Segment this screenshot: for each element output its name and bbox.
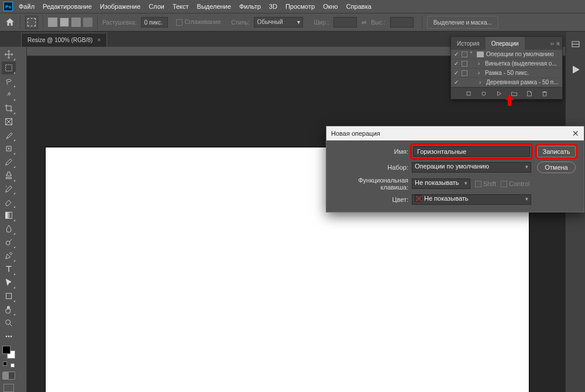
action-check-icon[interactable]: ✓ bbox=[453, 61, 459, 67]
action-row-label: Операции по умолчанию bbox=[486, 51, 560, 57]
cancel-button[interactable]: Отмена bbox=[537, 161, 576, 173]
record-button[interactable]: Записать bbox=[537, 146, 576, 157]
action-row[interactable]: ✓ › Виньетка (выделенная о... bbox=[451, 59, 562, 68]
height-input bbox=[390, 17, 414, 27]
name-input[interactable] bbox=[413, 146, 530, 157]
action-row[interactable]: ✓ › Деревянная рамка - 50 п... bbox=[451, 78, 562, 87]
tool-marquee[interactable] bbox=[2, 61, 16, 74]
document-tab-title: Resize @ 100% (RGB/8) bbox=[27, 37, 92, 43]
menu-image[interactable]: Изображение bbox=[100, 3, 140, 10]
tool-shape[interactable] bbox=[2, 290, 16, 302]
stop-recording-icon[interactable] bbox=[465, 90, 472, 97]
swap-wh-icon[interactable]: ⇄ bbox=[362, 19, 366, 26]
svg-point-6 bbox=[6, 320, 11, 325]
panel-menu-icon[interactable]: ≡ bbox=[556, 40, 560, 47]
tool-lasso[interactable] bbox=[2, 75, 16, 88]
svg-rect-3 bbox=[6, 212, 12, 219]
tool-history-brush[interactable] bbox=[2, 183, 16, 195]
tool-wand[interactable] bbox=[2, 88, 16, 101]
sel-new-icon[interactable] bbox=[48, 18, 57, 27]
width-label: Шир.: bbox=[314, 19, 329, 26]
tool-move[interactable] bbox=[2, 48, 16, 61]
tool-blur[interactable] bbox=[2, 222, 16, 235]
quickmask-icon[interactable] bbox=[2, 372, 15, 380]
tool-eyedropper[interactable] bbox=[2, 129, 16, 142]
set-label: Набор: bbox=[332, 164, 408, 171]
play-icon[interactable] bbox=[495, 90, 503, 97]
tool-eraser[interactable] bbox=[2, 195, 16, 208]
actions-panel: История Операции ››≡ ✓ ˅ Операции по умо… bbox=[450, 36, 563, 99]
sel-int-icon[interactable] bbox=[83, 18, 92, 27]
menu-view[interactable]: Просмотр bbox=[285, 3, 315, 10]
menu-window[interactable]: Окно bbox=[323, 3, 338, 10]
close-tab-icon[interactable]: × bbox=[97, 37, 101, 43]
color-swatch[interactable] bbox=[2, 346, 15, 359]
action-row-label: Виньетка (выделенная о... bbox=[485, 60, 560, 67]
foreground-color[interactable] bbox=[2, 346, 11, 354]
action-stop-icon[interactable] bbox=[462, 70, 467, 76]
fnkey-select[interactable]: Не показывать bbox=[412, 178, 470, 189]
svg-point-4 bbox=[6, 241, 10, 245]
set-select[interactable]: Операции по умолчанию bbox=[412, 162, 531, 173]
menu-file[interactable]: Файл bbox=[19, 3, 35, 10]
tool-frame[interactable] bbox=[2, 115, 16, 128]
tool-heal[interactable] bbox=[2, 142, 16, 155]
expand-icon[interactable]: › bbox=[478, 60, 483, 67]
document-tab[interactable]: Resize @ 100% (RGB/8) × bbox=[21, 33, 107, 47]
color-select[interactable]: Не показывать bbox=[412, 194, 531, 205]
action-check-icon[interactable]: ✓ bbox=[453, 51, 459, 57]
action-row[interactable]: ✓ ˅ Операции по умолчанию bbox=[451, 50, 562, 59]
tool-stamp[interactable] bbox=[2, 169, 16, 182]
action-check-icon[interactable]: ✓ bbox=[453, 80, 459, 85]
expand-icon[interactable]: › bbox=[479, 79, 484, 85]
menu-select[interactable]: Выделение bbox=[197, 3, 231, 10]
name-label: Имя: bbox=[332, 148, 408, 155]
svg-rect-11 bbox=[467, 92, 470, 95]
tool-preset[interactable] bbox=[25, 16, 38, 29]
action-stop-icon[interactable] bbox=[462, 51, 467, 57]
tool-path-select[interactable] bbox=[2, 276, 16, 289]
tool-hand[interactable] bbox=[2, 303, 16, 316]
menu-edit[interactable]: Редактирование bbox=[43, 3, 92, 10]
trash-icon[interactable] bbox=[541, 90, 548, 97]
sel-sub-icon[interactable] bbox=[71, 18, 81, 27]
swap-colors-icon[interactable] bbox=[3, 362, 15, 367]
panel-icon-play[interactable] bbox=[570, 64, 581, 75]
home-icon[interactable] bbox=[5, 17, 15, 27]
panel-icon-1[interactable] bbox=[570, 40, 581, 50]
collapse-icon[interactable]: ›› bbox=[550, 40, 554, 47]
tab-history[interactable]: История bbox=[451, 37, 486, 50]
expand-icon[interactable]: ˅ bbox=[470, 51, 474, 57]
screenmode-icon[interactable] bbox=[4, 384, 14, 392]
antialias-checkbox[interactable] bbox=[176, 19, 183, 26]
close-icon[interactable]: ✕ bbox=[572, 129, 579, 138]
tool-more[interactable] bbox=[2, 330, 16, 343]
height-label: Выс.: bbox=[371, 19, 385, 26]
tool-gradient[interactable] bbox=[2, 209, 16, 222]
tool-zoom[interactable] bbox=[2, 317, 16, 329]
new-action-icon[interactable] bbox=[526, 90, 533, 97]
record-icon[interactable] bbox=[480, 90, 487, 97]
feather-input[interactable] bbox=[141, 17, 168, 27]
tool-crop[interactable] bbox=[2, 102, 16, 115]
action-row[interactable]: ✓ › Рамка - 50 пикс. bbox=[451, 68, 562, 78]
sel-add-icon[interactable] bbox=[60, 18, 69, 27]
menu-layers[interactable]: Слои bbox=[149, 3, 164, 10]
dialog-titlebar[interactable]: Новая операция ✕ bbox=[326, 126, 584, 140]
tool-dodge[interactable] bbox=[2, 236, 16, 249]
style-select[interactable]: Обычный▾ bbox=[254, 17, 303, 27]
action-stop-icon[interactable] bbox=[462, 61, 467, 67]
menu-help[interactable]: Справка bbox=[346, 3, 371, 10]
tab-actions[interactable]: Операции bbox=[486, 37, 525, 50]
tool-brush[interactable] bbox=[2, 156, 16, 169]
menu-3d[interactable]: 3D bbox=[269, 3, 277, 10]
expand-icon[interactable]: › bbox=[478, 70, 483, 76]
menu-filter[interactable]: Фильтр bbox=[239, 3, 261, 10]
select-and-mask-button[interactable]: Выделение и маска... bbox=[427, 16, 498, 29]
folder-icon bbox=[477, 51, 484, 57]
action-check-icon[interactable]: ✓ bbox=[453, 70, 459, 76]
selection-mode-icons[interactable] bbox=[48, 18, 92, 27]
tool-pen[interactable] bbox=[2, 249, 16, 262]
tool-type[interactable] bbox=[2, 263, 16, 276]
menu-text[interactable]: Текст bbox=[173, 3, 189, 10]
